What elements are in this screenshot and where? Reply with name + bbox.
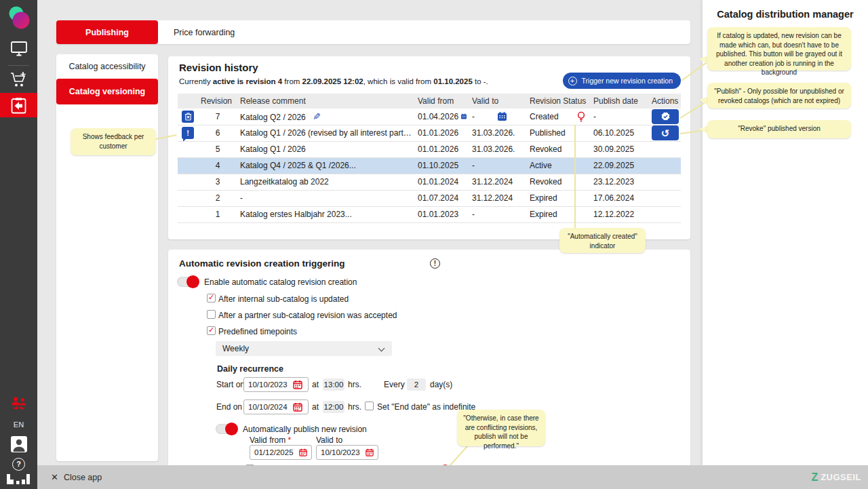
valid-to-label: Valid to xyxy=(316,435,342,445)
release-comment: Langzeitkatalog ab 2022 xyxy=(237,174,415,190)
note-otherwise: "Otherwise, in case there are conflictin… xyxy=(457,410,545,446)
valid-to-value: - xyxy=(469,157,527,174)
checkbox-internal-label: After internal sub-catalog is updated xyxy=(218,294,349,304)
brand-logo: Z ZUGSEIL xyxy=(811,465,861,489)
zugseil-z-icon: Z xyxy=(811,471,818,484)
frequency-select[interactable]: Weekly xyxy=(216,341,392,356)
brand-name: ZUGSEIL xyxy=(821,472,861,482)
language-selector[interactable]: EN xyxy=(0,420,37,429)
checkbox-indefinite-end[interactable] xyxy=(365,402,374,410)
publish-date-value: 06.10.2025 xyxy=(591,125,649,141)
note-feedback: Shows feedback per customer xyxy=(71,128,156,155)
monitor-icon[interactable] xyxy=(0,39,37,58)
users-exchange-icon[interactable] xyxy=(0,395,37,412)
publish-valid-from-field[interactable] xyxy=(250,445,312,460)
nav-item-catalog-accessibility[interactable]: Catalog accessibility xyxy=(56,56,158,77)
revision-row-4-selected[interactable]: 4 Katalog Q4 / 2025 & Q1 /2026... 01.10.… xyxy=(178,157,681,174)
status-value: Published xyxy=(527,125,591,141)
sidebar-divider xyxy=(8,65,29,66)
end-on-label: End on xyxy=(216,402,242,412)
revision-row-1[interactable]: 1 Katalog erstes Halbjahr 2023... 01.01.… xyxy=(178,206,681,222)
calendar-icon[interactable] xyxy=(293,402,302,412)
end-date-input[interactable] xyxy=(248,403,290,411)
sidebar-item-catalog-active[interactable] xyxy=(0,93,37,117)
auto-publish-toggle[interactable] xyxy=(216,424,237,434)
sub-nav: Catalog accessibility Catalog versioning xyxy=(56,54,158,461)
revision-number: 2 xyxy=(198,190,237,206)
calendar-icon[interactable] xyxy=(293,380,302,389)
revision-row-5[interactable]: 5 Katalog Q1 / 2026 01.01.2026 31.03.202… xyxy=(178,141,681,157)
edit-icon[interactable]: ✎ xyxy=(313,111,321,122)
hrs-label: hrs. xyxy=(348,380,361,389)
valid-from-label: Valid from * xyxy=(250,435,291,445)
release-comment: Katalog Q2 / 2026 xyxy=(240,113,306,122)
revision-number: 7 xyxy=(198,109,237,125)
release-comment: Katalog Q4 / 2025 & Q1 /2026... xyxy=(237,157,415,174)
start-time-field[interactable]: 13:00 xyxy=(323,378,344,391)
end-date-field[interactable] xyxy=(243,399,309,414)
valid-from-value: 01.07.2024 xyxy=(415,190,469,206)
tab-publishing[interactable]: Publishing xyxy=(56,20,158,44)
avatar[interactable] xyxy=(0,435,37,454)
enable-auto-creation-label: Enable automatic catalog revision creati… xyxy=(204,277,357,287)
publish-valid-to-field[interactable] xyxy=(316,445,378,460)
valid-to-value: - xyxy=(469,206,527,222)
col-icon xyxy=(178,94,198,109)
checkbox-predefined-timepoints[interactable] xyxy=(207,326,216,335)
days-label: day(s) xyxy=(430,380,452,389)
info-icon[interactable]: ! xyxy=(430,258,440,269)
valid-from-value: 01.01.2024 xyxy=(415,174,469,190)
hrs-label: hrs. xyxy=(348,402,361,412)
cart-add-icon[interactable] xyxy=(0,70,37,89)
col-actions: Actions xyxy=(649,94,681,109)
valid-to-value: 31.03.2026. xyxy=(469,141,527,157)
publish-date-value: 17.06.2024 xyxy=(591,190,649,206)
calendar-icon[interactable] xyxy=(366,448,374,457)
delete-revision-icon[interactable] xyxy=(182,111,194,123)
revision-row-7[interactable]: 7 Katalog Q2 / 2026✎ 01.04.2026 - Create… xyxy=(178,109,681,125)
note-auto-created: "Automatically created" indicator xyxy=(559,228,646,253)
valid-to-value: 31.12.2024 xyxy=(469,174,527,190)
revision-number: 3 xyxy=(198,174,237,190)
interval-field[interactable]: 2 xyxy=(407,378,426,391)
close-app-button[interactable]: ✕ Close app xyxy=(51,465,102,489)
publish-date-value: - xyxy=(591,109,649,125)
note-trigger-info: If catalog is updated, new revision can … xyxy=(707,27,851,71)
checkbox-internal-subcatalog[interactable] xyxy=(207,294,216,302)
valid-from-value: 01.04.2026 xyxy=(418,112,458,121)
col-revision-status: Revision Status xyxy=(527,94,591,109)
start-date-input[interactable] xyxy=(248,380,290,389)
note-revoke-info: "Revoke" published version xyxy=(707,120,851,138)
feedback-exclamation: ! xyxy=(186,129,189,137)
status-value: Revoked xyxy=(527,174,591,190)
calendar-icon[interactable] xyxy=(461,112,467,121)
table-header-row: Revision Release comment Valid from Vali… xyxy=(178,94,681,109)
auto-revision-card: Automatic revision creation triggering !… xyxy=(168,250,690,468)
publish-valid-to-input[interactable] xyxy=(321,448,363,456)
publish-action-button[interactable] xyxy=(652,109,679,124)
nav-item-catalog-versioning[interactable]: Catalog versioning xyxy=(56,79,158,104)
revision-row-2[interactable]: 2 - 01.07.2024 31.12.2024 Expired 17.06.… xyxy=(178,190,681,206)
release-comment: - xyxy=(237,190,415,206)
help-question-glyph: ? xyxy=(12,458,25,471)
revision-row-6[interactable]: ! 6 Katalog Q1 / 2026 (revised by all in… xyxy=(178,125,681,141)
valid-to-value: 31.03.2026. xyxy=(469,125,527,141)
status-value: Expired xyxy=(527,190,591,206)
tab-price-forwarding[interactable]: Price forwarding xyxy=(174,20,235,44)
calendar-icon[interactable] xyxy=(299,448,307,457)
publish-valid-from-input[interactable] xyxy=(254,448,296,456)
trigger-new-revision-button[interactable]: + Trigger new revision creation xyxy=(563,73,681,89)
daily-recurrence-heading: Daily recurrence xyxy=(217,364,283,374)
bottom-bar: ✕ Close app Z ZUGSEIL xyxy=(37,465,868,489)
enable-auto-creation-toggle[interactable] xyxy=(177,277,199,287)
at-label: at xyxy=(312,380,319,389)
calendar-icon[interactable] xyxy=(498,112,507,121)
note-publish-info: "Publish" - Only possible for unpublishe… xyxy=(707,83,851,109)
checkbox-partner-subcatalog[interactable] xyxy=(207,310,216,319)
help-icon[interactable]: ? xyxy=(0,456,37,471)
start-date-field[interactable] xyxy=(243,377,309,392)
revision-row-3[interactable]: 3 Langzeitkatalog ab 2022 01.01.2024 31.… xyxy=(178,174,681,190)
revoke-action-button[interactable]: ↺ xyxy=(652,125,679,140)
end-time-field[interactable]: 12:00 xyxy=(323,401,344,413)
feedback-icon[interactable]: ! xyxy=(182,127,194,139)
